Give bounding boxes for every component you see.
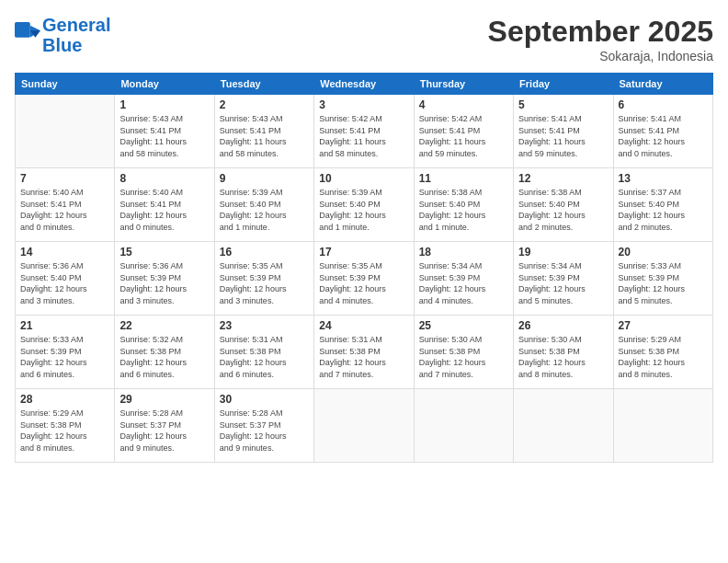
col-sunday: Sunday — [16, 74, 115, 95]
day-number: 16 — [220, 246, 309, 259]
title-block: September 2025 Sokaraja, Indonesia — [488, 15, 713, 63]
day-number: 28 — [20, 393, 109, 406]
day-number: 3 — [319, 98, 408, 111]
day-number: 6 — [619, 98, 708, 111]
day-info: Sunrise: 5:36 AM Sunset: 5:39 PM Dayligh… — [119, 260, 209, 306]
location-subtitle: Sokaraja, Indonesia — [488, 49, 713, 63]
table-row: 30Sunrise: 5:28 AM Sunset: 5:37 PM Dayli… — [214, 389, 313, 463]
day-info: Sunrise: 5:35 AM Sunset: 5:39 PM Dayligh… — [319, 260, 408, 306]
table-row: 14Sunrise: 5:36 AM Sunset: 5:40 PM Dayli… — [16, 242, 115, 316]
day-info: Sunrise: 5:30 AM Sunset: 5:38 PM Dayligh… — [419, 334, 508, 380]
col-wednesday: Wednesday — [314, 74, 414, 95]
table-row: 22Sunrise: 5:32 AM Sunset: 5:38 PM Dayli… — [115, 316, 214, 389]
day-info: Sunrise: 5:43 AM Sunset: 5:41 PM Dayligh… — [220, 113, 309, 159]
table-row — [314, 389, 414, 463]
logo-line2: Blue — [42, 35, 110, 55]
day-number: 8 — [119, 172, 209, 185]
day-info: Sunrise: 5:29 AM Sunset: 5:38 PM Dayligh… — [20, 408, 109, 454]
table-row: 10Sunrise: 5:39 AM Sunset: 5:40 PM Dayli… — [314, 168, 414, 242]
header: General Blue September 2025 Sokaraja, In… — [15, 15, 713, 63]
day-number: 7 — [20, 172, 109, 185]
day-info: Sunrise: 5:36 AM Sunset: 5:40 PM Dayligh… — [20, 260, 109, 306]
calendar-week-row: 7Sunrise: 5:40 AM Sunset: 5:41 PM Daylig… — [16, 168, 713, 242]
day-info: Sunrise: 5:31 AM Sunset: 5:38 PM Dayligh… — [319, 334, 408, 380]
calendar-week-row: 1Sunrise: 5:43 AM Sunset: 5:41 PM Daylig… — [16, 95, 713, 168]
table-row: 23Sunrise: 5:31 AM Sunset: 5:38 PM Dayli… — [214, 316, 313, 389]
calendar-table: Sunday Monday Tuesday Wednesday Thursday… — [15, 73, 713, 463]
table-row — [613, 389, 712, 463]
day-info: Sunrise: 5:28 AM Sunset: 5:37 PM Dayligh… — [119, 408, 209, 454]
calendar-week-row: 28Sunrise: 5:29 AM Sunset: 5:38 PM Dayli… — [16, 389, 713, 463]
day-number: 11 — [419, 172, 508, 185]
svg-rect-0 — [15, 22, 30, 38]
day-number: 27 — [619, 319, 708, 332]
day-number: 13 — [619, 172, 708, 185]
table-row: 3Sunrise: 5:42 AM Sunset: 5:41 PM Daylig… — [314, 95, 414, 168]
day-info: Sunrise: 5:39 AM Sunset: 5:40 PM Dayligh… — [319, 187, 408, 233]
logo: General Blue — [15, 15, 110, 55]
day-info: Sunrise: 5:33 AM Sunset: 5:39 PM Dayligh… — [619, 260, 708, 306]
table-row: 18Sunrise: 5:34 AM Sunset: 5:39 PM Dayli… — [414, 242, 513, 316]
day-info: Sunrise: 5:30 AM Sunset: 5:38 PM Dayligh… — [518, 334, 608, 380]
day-info: Sunrise: 5:38 AM Sunset: 5:40 PM Dayligh… — [419, 187, 508, 233]
col-thursday: Thursday — [414, 74, 513, 95]
day-info: Sunrise: 5:43 AM Sunset: 5:41 PM Dayligh… — [119, 113, 209, 159]
calendar-week-row: 21Sunrise: 5:33 AM Sunset: 5:39 PM Dayli… — [16, 316, 713, 389]
day-number: 17 — [319, 246, 408, 259]
day-info: Sunrise: 5:29 AM Sunset: 5:38 PM Dayligh… — [619, 334, 708, 380]
day-number: 30 — [220, 393, 309, 406]
table-row — [16, 95, 115, 168]
table-row: 27Sunrise: 5:29 AM Sunset: 5:38 PM Dayli… — [613, 316, 712, 389]
day-number: 18 — [419, 246, 508, 259]
day-number: 1 — [119, 98, 209, 111]
table-row: 4Sunrise: 5:42 AM Sunset: 5:41 PM Daylig… — [414, 95, 513, 168]
table-row — [514, 389, 613, 463]
day-number: 19 — [518, 246, 608, 259]
day-number: 21 — [20, 319, 109, 332]
table-row: 7Sunrise: 5:40 AM Sunset: 5:41 PM Daylig… — [16, 168, 115, 242]
day-info: Sunrise: 5:32 AM Sunset: 5:38 PM Dayligh… — [119, 334, 209, 380]
day-number: 12 — [518, 172, 608, 185]
day-info: Sunrise: 5:38 AM Sunset: 5:40 PM Dayligh… — [518, 187, 608, 233]
day-info: Sunrise: 5:41 AM Sunset: 5:41 PM Dayligh… — [619, 113, 708, 159]
day-number: 5 — [518, 98, 608, 111]
table-row: 5Sunrise: 5:41 AM Sunset: 5:41 PM Daylig… — [514, 95, 613, 168]
table-row: 8Sunrise: 5:40 AM Sunset: 5:41 PM Daylig… — [115, 168, 214, 242]
day-number: 25 — [419, 319, 508, 332]
day-info: Sunrise: 5:42 AM Sunset: 5:41 PM Dayligh… — [319, 113, 408, 159]
table-row: 9Sunrise: 5:39 AM Sunset: 5:40 PM Daylig… — [214, 168, 313, 242]
table-row: 11Sunrise: 5:38 AM Sunset: 5:40 PM Dayli… — [414, 168, 513, 242]
table-row: 1Sunrise: 5:43 AM Sunset: 5:41 PM Daylig… — [115, 95, 214, 168]
day-info: Sunrise: 5:40 AM Sunset: 5:41 PM Dayligh… — [20, 187, 109, 233]
day-info: Sunrise: 5:42 AM Sunset: 5:41 PM Dayligh… — [419, 113, 508, 159]
logo-line1: General — [42, 15, 110, 35]
logo-text: General Blue — [42, 15, 110, 55]
table-row: 28Sunrise: 5:29 AM Sunset: 5:38 PM Dayli… — [16, 389, 115, 463]
day-info: Sunrise: 5:31 AM Sunset: 5:38 PM Dayligh… — [220, 334, 309, 380]
table-row: 19Sunrise: 5:34 AM Sunset: 5:39 PM Dayli… — [514, 242, 613, 316]
table-row: 21Sunrise: 5:33 AM Sunset: 5:39 PM Dayli… — [16, 316, 115, 389]
page: General Blue September 2025 Sokaraja, In… — [0, 0, 728, 563]
day-number: 2 — [220, 98, 309, 111]
day-number: 15 — [119, 246, 209, 259]
day-number: 10 — [319, 172, 408, 185]
day-info: Sunrise: 5:28 AM Sunset: 5:37 PM Dayligh… — [220, 408, 309, 454]
day-number: 20 — [619, 246, 708, 259]
day-info: Sunrise: 5:34 AM Sunset: 5:39 PM Dayligh… — [518, 260, 608, 306]
table-row: 25Sunrise: 5:30 AM Sunset: 5:38 PM Dayli… — [414, 316, 513, 389]
table-row: 13Sunrise: 5:37 AM Sunset: 5:40 PM Dayli… — [613, 168, 712, 242]
table-row: 26Sunrise: 5:30 AM Sunset: 5:38 PM Dayli… — [514, 316, 613, 389]
day-info: Sunrise: 5:40 AM Sunset: 5:41 PM Dayligh… — [119, 187, 209, 233]
col-tuesday: Tuesday — [214, 74, 313, 95]
day-number: 22 — [119, 319, 209, 332]
col-saturday: Saturday — [613, 74, 712, 95]
table-row: 16Sunrise: 5:35 AM Sunset: 5:39 PM Dayli… — [214, 242, 313, 316]
day-info: Sunrise: 5:39 AM Sunset: 5:40 PM Dayligh… — [220, 187, 309, 233]
month-title: September 2025 — [488, 15, 713, 49]
table-row — [414, 389, 513, 463]
day-number: 24 — [319, 319, 408, 332]
day-number: 9 — [220, 172, 309, 185]
table-row: 17Sunrise: 5:35 AM Sunset: 5:39 PM Dayli… — [314, 242, 414, 316]
day-number: 14 — [20, 246, 109, 259]
table-row: 24Sunrise: 5:31 AM Sunset: 5:38 PM Dayli… — [314, 316, 414, 389]
